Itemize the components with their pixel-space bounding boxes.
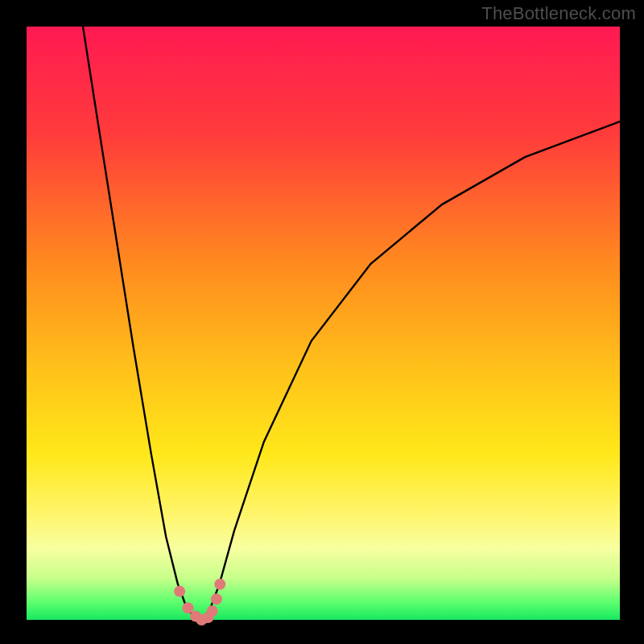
valley-marker (174, 586, 185, 597)
chart-frame: TheBottleneck.com (0, 0, 644, 644)
valley-marker (211, 593, 222, 605)
bottleneck-chart (0, 0, 644, 644)
attribution-label: TheBottleneck.com (481, 3, 636, 24)
plot-background (27, 27, 620, 620)
valley-marker (207, 605, 218, 617)
valley-marker (214, 579, 225, 590)
valley-marker (182, 602, 193, 613)
